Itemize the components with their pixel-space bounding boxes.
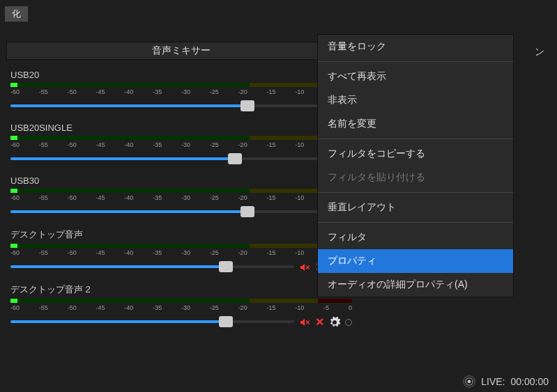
live-time: 00:00:00 xyxy=(511,376,549,387)
tick-label: -50 xyxy=(68,249,77,256)
menu-separator xyxy=(318,61,513,62)
tick-label: -35 xyxy=(153,249,162,256)
status-bar: LIVE: 00:00:00 xyxy=(463,375,549,388)
speaker-muted-icon[interactable] xyxy=(298,317,311,328)
tick-label: -40 xyxy=(124,304,133,311)
tick-label: -45 xyxy=(96,88,105,95)
menu-separator xyxy=(318,222,513,223)
menu-separator xyxy=(318,192,513,193)
tick-label: -55 xyxy=(39,194,48,201)
level-meter xyxy=(10,189,352,193)
tick-label: -10 xyxy=(295,249,304,256)
channel-name: USB20 xyxy=(10,70,39,80)
tick-label: -60 xyxy=(10,88,20,95)
audio-channel: USB300.0-60-55-50-45-40-35-30-25-20-15-1… xyxy=(6,175,356,219)
tick-label: -60 xyxy=(10,194,20,201)
menu-item: フィルタを貼り付ける xyxy=(318,166,513,189)
tick-label: -10 xyxy=(295,141,304,148)
tick-label: -20 xyxy=(238,194,247,201)
menu-item[interactable]: 音量をロック xyxy=(318,35,513,58)
meter-ticks: -60-55-50-45-40-35-30-25-20-15-10-50 xyxy=(10,141,352,148)
tick-label: -30 xyxy=(181,194,190,201)
channel-name: デスクトップ音声 2 xyxy=(10,283,91,296)
tick-label: -60 xyxy=(10,249,20,256)
tick-label: -20 xyxy=(238,304,247,311)
tick-label: -25 xyxy=(210,141,219,148)
audio-channel: USB20SINGLE0.0-60-55-50-45-40-35-30-25-2… xyxy=(6,123,356,166)
tick-label: -35 xyxy=(153,304,162,311)
tick-label: -45 xyxy=(96,249,105,256)
tick-label: -30 xyxy=(181,141,190,148)
tick-label: -20 xyxy=(238,141,247,148)
audio-channel: デスクトップ音声 20.0 dB-60-55-50-45-40-35-30-25… xyxy=(6,283,356,329)
tick-label: -40 xyxy=(124,88,133,95)
menu-item[interactable]: フィルタ xyxy=(318,226,513,249)
tick-label: 0 xyxy=(349,304,352,311)
tick-label: -40 xyxy=(124,141,133,148)
level-meter xyxy=(10,136,352,140)
level-meter xyxy=(10,299,352,303)
channel-name: USB20SINGLE xyxy=(10,123,73,133)
mixer-panel-header: 音声ミキサー xyxy=(6,42,356,60)
tick-label: -35 xyxy=(153,88,162,95)
menu-separator xyxy=(318,139,513,139)
tick-label: -20 xyxy=(238,88,247,95)
channel-name: USB30 xyxy=(10,175,39,186)
tick-label: -45 xyxy=(96,304,105,311)
menu-item[interactable]: オーディオの詳細プロパティ(A) xyxy=(318,273,513,297)
tick-label: -50 xyxy=(68,88,77,95)
live-label: LIVE: xyxy=(481,376,505,387)
tick-label: -15 xyxy=(266,194,275,201)
speaker-muted-icon[interactable] xyxy=(298,262,311,273)
menu-item[interactable]: 名前を変更 xyxy=(318,112,513,136)
level-meter xyxy=(10,244,352,248)
audio-context-menu[interactable]: 音量をロックすべて再表示非表示名前を変更フィルタをコピーするフィルタを貼り付ける… xyxy=(317,34,514,297)
tick-label: -25 xyxy=(210,304,219,311)
tick-label: -50 xyxy=(68,194,77,201)
tick-label: -60 xyxy=(10,141,20,148)
tick-label: -50 xyxy=(68,304,77,311)
tick-label: -55 xyxy=(39,141,48,148)
tick-label: -25 xyxy=(210,249,219,256)
tick-label: -45 xyxy=(96,194,105,201)
tick-label: -15 xyxy=(266,88,275,95)
level-meter xyxy=(10,83,352,87)
truncated-label: ン xyxy=(535,46,544,58)
tick-label: -35 xyxy=(153,141,162,148)
menu-item[interactable]: プロパティ xyxy=(318,249,513,273)
tick-label: -20 xyxy=(238,249,247,256)
audio-mixer-panel: 音声ミキサー USB200.0-60-55-50-45-40-35-30-25-… xyxy=(6,42,356,329)
meter-ticks: -60-55-50-45-40-35-30-25-20-15-10-50 xyxy=(10,249,352,256)
volume-slider[interactable] xyxy=(10,265,294,269)
tick-label: -5 xyxy=(323,304,329,311)
tick-label: -40 xyxy=(124,249,133,256)
volume-slider[interactable] xyxy=(10,210,322,214)
menu-item[interactable]: 非表示 xyxy=(318,88,513,112)
volume-slider[interactable] xyxy=(10,104,322,109)
menu-item[interactable]: フィルタをコピーする xyxy=(318,142,513,166)
titlebar-button[interactable]: 化 xyxy=(4,6,29,22)
meter-ticks: -60-55-50-45-40-35-30-25-20-15-10-50 xyxy=(10,194,352,201)
options-dot[interactable] xyxy=(345,319,352,326)
gear-icon[interactable] xyxy=(328,316,341,329)
volume-slider[interactable] xyxy=(10,157,322,162)
tick-label: -45 xyxy=(96,141,105,148)
menu-item[interactable]: 垂直レイアウト xyxy=(318,196,513,219)
tick-label: -30 xyxy=(181,304,190,311)
close-icon[interactable]: ✕ xyxy=(315,315,324,329)
tick-label: -50 xyxy=(68,141,77,148)
tick-label: -35 xyxy=(153,194,162,201)
tick-label: -10 xyxy=(295,88,304,95)
tick-label: -55 xyxy=(39,249,48,256)
meter-ticks: -60-55-50-45-40-35-30-25-20-15-10-50 xyxy=(10,88,352,95)
tick-label: -10 xyxy=(295,304,304,311)
tick-label: -25 xyxy=(210,88,219,95)
volume-slider[interactable] xyxy=(10,320,294,324)
tick-label: -40 xyxy=(124,194,133,201)
tick-label: -25 xyxy=(210,194,219,201)
tick-label: -15 xyxy=(266,304,275,311)
tick-label: -60 xyxy=(10,304,20,311)
tick-label: -30 xyxy=(181,249,190,256)
tick-label: -55 xyxy=(39,304,48,311)
menu-item[interactable]: すべて再表示 xyxy=(318,65,513,88)
